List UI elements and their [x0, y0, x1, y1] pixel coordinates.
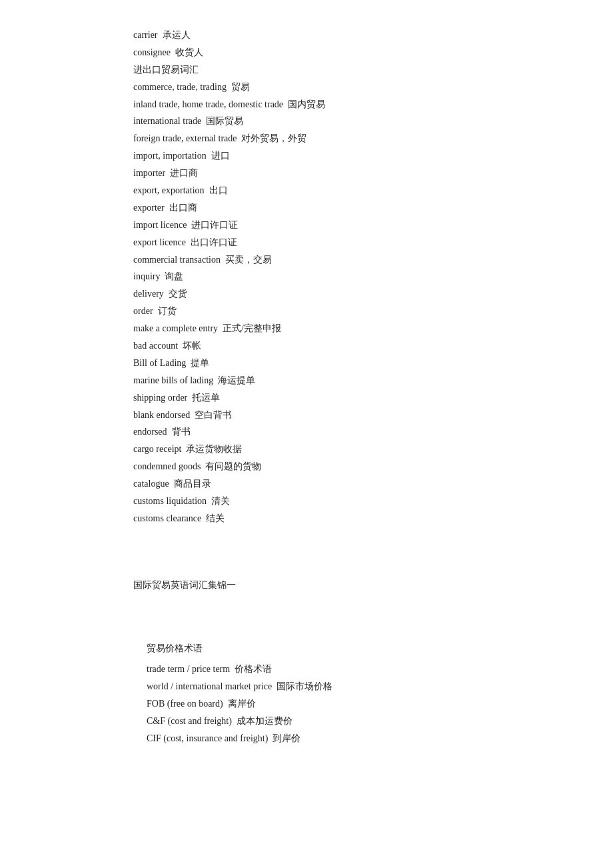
top-line-11: import licence 进口许口证 — [133, 217, 573, 234]
bottom-lines-block: trade term / price term 价格术语world / inte… — [147, 661, 573, 747]
top-line-8: importer 进口商 — [133, 165, 573, 182]
section2-title: 贸易价格术语 — [147, 640, 573, 657]
top-line-25: condemned goods 有问题的货物 — [133, 458, 573, 475]
bottom-line-3: C&F (cost and freight) 成本加运费价 — [147, 713, 573, 730]
top-line-10: exporter 出口商 — [133, 199, 573, 217]
bottom-line-1: world / international market price 国际市场价… — [147, 678, 573, 695]
top-line-14: inquiry 询盘 — [133, 268, 573, 285]
top-line-9: export, exportation 出口 — [133, 182, 573, 199]
bottom-line-4: CIF (cost, insurance and freight) 到岸价 — [147, 730, 573, 747]
top-line-16: order 订货 — [133, 303, 573, 320]
top-line-4: inland trade, home trade, domestic trade… — [133, 96, 573, 113]
top-line-17: make a complete entry 正式/完整申报 — [133, 320, 573, 337]
top-line-26: catalogue 商品目录 — [133, 475, 573, 493]
top-line-18: bad account 坏帐 — [133, 337, 573, 355]
top-line-24: cargo receipt 承运货物收据 — [133, 441, 573, 458]
bottom-line-0: trade term / price term 价格术语 — [147, 661, 573, 678]
top-lines-block: carrier 承运人consignee 收货人进出口贸易词汇commerce,… — [133, 27, 573, 527]
top-line-23: endorsed 背书 — [133, 423, 573, 441]
top-line-28: customs clearance 结关 — [133, 510, 573, 527]
main-content: carrier 承运人consignee 收货人进出口贸易词汇commerce,… — [133, 27, 573, 747]
top-line-12: export licence 出口许口证 — [133, 234, 573, 251]
top-line-27: customs liquidation 清关 — [133, 493, 573, 510]
top-line-22: blank endorsed 空白背书 — [133, 407, 573, 424]
top-line-6: foreign trade, external trade 对外贸易，外贸 — [133, 130, 573, 147]
section2-block: 贸易价格术语 trade term / price term 价格术语world… — [133, 640, 573, 747]
top-line-3: commerce, trade, trading 贸易 — [133, 79, 573, 96]
top-line-15: delivery 交货 — [133, 285, 573, 303]
top-line-21: shipping order 托运单 — [133, 389, 573, 407]
bottom-line-2: FOB (free on board) 离岸价 — [147, 695, 573, 713]
top-line-20: marine bills of lading 海运提单 — [133, 372, 573, 389]
spacer-1 — [133, 534, 573, 574]
top-line-19: Bill of Lading 提单 — [133, 355, 573, 372]
top-line-0: carrier 承运人 — [133, 27, 573, 44]
top-line-13: commercial transaction 买卖，交易 — [133, 251, 573, 269]
spacer-2 — [133, 597, 573, 637]
top-line-1: consignee 收货人 — [133, 44, 573, 61]
top-line-5: international trade 国际贸易 — [133, 113, 573, 130]
top-line-7: import, importation 进口 — [133, 147, 573, 165]
section-header: 国际贸易英语词汇集锦一 — [133, 577, 573, 593]
top-line-2: 进出口贸易词汇 — [133, 61, 573, 79]
